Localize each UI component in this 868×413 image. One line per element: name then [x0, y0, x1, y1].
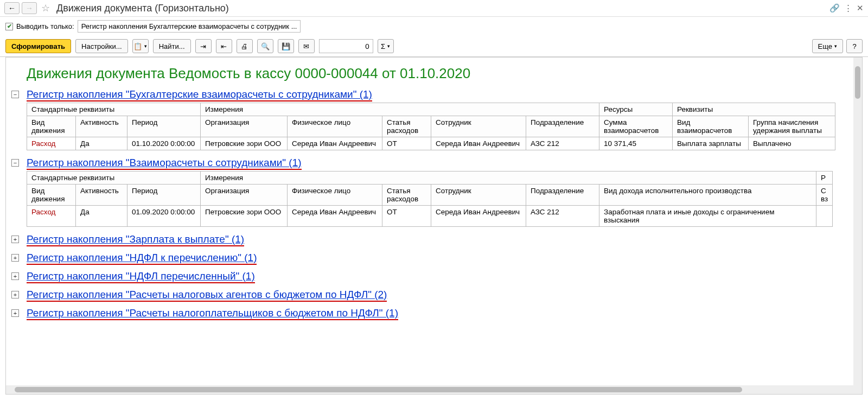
- titlebar: ← → ☆ Движения документа (Горизонтально)…: [0, 0, 868, 17]
- col-header: Физическое лицо: [288, 116, 382, 137]
- close-icon[interactable]: ✕: [857, 3, 864, 13]
- col-header: Вид дохода исполнительного производства: [599, 185, 816, 206]
- settings-button[interactable]: Настройки...: [75, 39, 128, 53]
- col-header: Период: [127, 116, 201, 137]
- col-header: Сотрудник: [431, 185, 526, 206]
- filter-checkbox[interactable]: ✔: [5, 23, 13, 30]
- register-link[interactable]: Регистр накопления "НДФЛ перечисленный" …: [27, 270, 255, 283]
- toggle-expand[interactable]: +: [11, 254, 19, 262]
- toggle-expand[interactable]: +: [11, 272, 19, 280]
- col-group: Ресурсы: [599, 103, 673, 116]
- toolbar: Сформировать Настройки... 📋▾ Найти... ⇥ …: [0, 36, 868, 57]
- star-icon[interactable]: ☆: [41, 2, 50, 14]
- filter-row: ✔ Выводить только: Регистр накопления Бу…: [0, 17, 868, 36]
- register-link[interactable]: Регистр накопления "НДФЛ к перечислению"…: [27, 252, 257, 265]
- col-header: Подразделение: [526, 116, 599, 137]
- table-row[interactable]: Расход Да 01.10.2020 0:00:00 Петровские …: [27, 137, 835, 150]
- col-group: Стандартные реквизиты: [27, 171, 201, 185]
- report-area: Движения документа Ведомость в кассу 000…: [5, 57, 863, 395]
- col-header: Сотрудник: [431, 116, 526, 137]
- register-link[interactable]: Регистр накопления "Расчеты налоговых аг…: [27, 289, 387, 302]
- report-title: Движения документа Ведомость в кассу 000…: [27, 65, 857, 82]
- toggle-expand[interactable]: +: [11, 291, 19, 298]
- col-header: Вид взаиморасчетов: [673, 116, 749, 137]
- sum-button[interactable]: Σ ▾: [378, 39, 394, 53]
- horizontal-scrollbar[interactable]: [6, 385, 862, 394]
- col-header: Активность: [76, 185, 127, 206]
- register-link[interactable]: Регистр накопления "Бухгалтерские взаимо…: [27, 88, 372, 101]
- col-header: Вид движения: [27, 185, 76, 206]
- col-header: Вид движения: [27, 116, 76, 137]
- col-group: Стандартные реквизиты: [27, 103, 201, 116]
- col-header: Физическое лицо: [288, 185, 382, 206]
- collapse-button[interactable]: ⇤: [216, 39, 232, 53]
- col-header: Группа начисления удержания выплаты: [749, 116, 835, 137]
- nav-back-button[interactable]: ←: [4, 2, 20, 14]
- col-header: Период: [127, 185, 201, 206]
- save-button[interactable]: 💾: [278, 39, 294, 53]
- col-header: Активность: [76, 116, 127, 137]
- register-link[interactable]: Регистр накопления "Взаиморасчеты с сотр…: [27, 157, 302, 170]
- register-link[interactable]: Регистр накопления "Зарплата к выплате" …: [27, 233, 244, 246]
- col-header: Сумма взаиморасчетов: [599, 116, 673, 137]
- toggle-expand[interactable]: +: [11, 309, 19, 317]
- col-group: Измерения: [201, 171, 816, 185]
- col-header: Статья расходов: [382, 185, 431, 206]
- vertical-scrollbar[interactable]: [853, 58, 862, 385]
- form-button[interactable]: Сформировать: [5, 39, 71, 53]
- col-group: Р: [816, 171, 833, 185]
- col-header: Организация: [201, 116, 288, 137]
- col-header: Организация: [201, 185, 288, 206]
- filter-label: Выводить только:: [16, 22, 74, 30]
- register2-table: Стандартные реквизиты Измерения Р Вид дв…: [27, 171, 833, 227]
- print-button[interactable]: 🖨: [237, 39, 253, 53]
- col-header: Подразделение: [526, 185, 599, 206]
- table-row[interactable]: Расход Да 01.09.2020 0:00:00 Петровские …: [27, 206, 833, 227]
- more-button[interactable]: Еще ▾: [812, 39, 843, 53]
- link-icon[interactable]: 🔗: [829, 3, 840, 13]
- expand-button[interactable]: ⇥: [195, 39, 212, 53]
- register-link[interactable]: Регистр накопления "Расчеты налогоплател…: [27, 307, 398, 320]
- register1-table: Стандартные реквизиты Измерения Ресурсы …: [27, 103, 835, 150]
- page-title: Движения документа (Горизонтально): [56, 3, 229, 14]
- col-header: Статья расходов: [382, 116, 431, 137]
- filter-select[interactable]: Регистр накопления Бухгалтерские взаимор…: [78, 20, 301, 33]
- email-button[interactable]: ✉: [298, 39, 315, 53]
- find-button[interactable]: Найти...: [153, 39, 191, 53]
- number-input[interactable]: [319, 39, 373, 53]
- help-button[interactable]: ?: [846, 39, 863, 53]
- toggle-collapse[interactable]: −: [11, 159, 19, 167]
- kebab-icon[interactable]: ⋮: [844, 3, 852, 13]
- toggle-collapse[interactable]: −: [11, 91, 19, 98]
- nav-forward-button[interactable]: →: [22, 2, 37, 14]
- preview-button[interactable]: 🔍: [257, 39, 273, 53]
- col-group: Реквизиты: [673, 103, 835, 116]
- toggle-expand[interactable]: +: [11, 236, 19, 243]
- col-header: С вз: [816, 185, 833, 206]
- filter-select-text: Регистр накопления Бухгалтерские взаимор…: [81, 22, 297, 30]
- copy-button[interactable]: 📋▾: [132, 39, 149, 53]
- col-group: Измерения: [201, 103, 599, 116]
